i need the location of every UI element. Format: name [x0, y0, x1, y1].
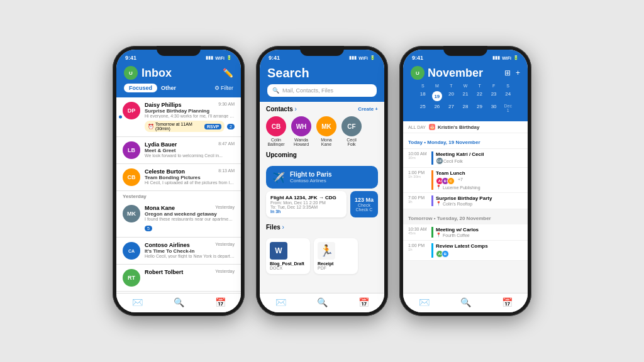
flight-detail-title: Flight AA 1234, JFK → CDG	[270, 195, 342, 200]
mail-content: Daisy Phillips 9:30 AM Surprise Birthday…	[145, 102, 235, 132]
cal-date-25[interactable]: 25	[416, 102, 430, 114]
nav-mail-icon[interactable]: ✉️	[132, 297, 143, 307]
flight-detail-card[interactable]: Flight AA 1234, JFK → CDG From: Mon, Dec…	[266, 191, 347, 217]
user-avatar-cal[interactable]: U	[411, 66, 425, 80]
cal-date-26[interactable]: 26	[430, 102, 445, 114]
nav-mail-icon[interactable]: ✉️	[275, 297, 286, 307]
contact-item[interactable]: CF CecilFolk	[341, 116, 362, 146]
status-time-2: 9:41	[269, 55, 280, 61]
nav-search-icon[interactable]: 🔍	[460, 297, 471, 307]
allday-event[interactable]: 🎂 Kristin's Birthday	[429, 124, 479, 130]
event-row[interactable]: 10:30 AM 45m Meeting w/ Carlos 📍 Fourth …	[403, 224, 528, 241]
mail-item[interactable]: LB Lydia Bauer 8:47 AM Meet & Greet We l…	[116, 137, 241, 164]
mail-subject: Team Bonding Pictures	[145, 175, 235, 180]
location-text: Colin's Rooftop	[443, 202, 472, 206]
cal-date-24[interactable]: 24	[501, 90, 515, 102]
mail-item[interactable]: RT Robert Tolbert Yesterday	[116, 265, 241, 292]
allday-row: ALL DAY 🎂 Kristin's Birthday	[403, 121, 528, 133]
event-time-col: 7:00 PM 3h	[408, 195, 428, 206]
checkin-card[interactable]: 123 Ma Check Check C	[350, 191, 378, 217]
mail-sender: Robert Tolbert	[145, 269, 183, 275]
screen-inbox: 9:41 ▮▮▮ WiFi 🔋 U Inbox ✏️ Focused	[116, 50, 241, 312]
battery-icon: 🔋	[370, 55, 375, 60]
today-marker[interactable]: 19	[432, 91, 442, 101]
event-row[interactable]: 1:00 PM 1h 30m Team Lunch A B C +7 📍	[403, 168, 528, 193]
event-card: Meeting w/ Carlos 📍 Fourth Coffee	[431, 227, 523, 238]
event-avatar: B	[441, 250, 449, 258]
event-row[interactable]: 1:00 PM 1h Review Latest Comps A B	[403, 241, 528, 261]
create-button[interactable]: Create +	[358, 106, 378, 112]
mail-content: Robert Tolbert Yesterday	[145, 269, 235, 275]
tab-focused[interactable]: Focused	[124, 84, 157, 92]
day-label-t2: T	[472, 84, 487, 88]
add-icon[interactable]: +	[516, 69, 520, 77]
cal-date-29[interactable]: 29	[472, 102, 487, 114]
event-name: Meeting Katri / Cecil	[436, 151, 523, 157]
file-name: Receipt	[318, 261, 354, 266]
nav-calendar-icon[interactable]: 📅	[502, 297, 513, 307]
event-row[interactable]: 10:00 AM 30m Meeting Katri / Cecil CF Ce…	[403, 149, 528, 168]
signal-icon: ▮▮▮	[349, 55, 357, 60]
signal-icon: ▮▮▮	[206, 55, 213, 60]
day-label-w: W	[458, 84, 473, 88]
grid-icon[interactable]: ⊞	[504, 69, 511, 77]
mail-item[interactable]: MK Mona Kane Yesterday Oregon and weeken…	[116, 200, 241, 238]
cal-date-dec1[interactable]: Dec1	[501, 102, 515, 114]
cal-date-30[interactable]: 30	[487, 102, 501, 114]
unread-badge: 2	[227, 124, 235, 129]
cal-date-18[interactable]: 18	[416, 90, 430, 102]
nav-mail-icon[interactable]: ✉️	[419, 297, 430, 307]
tab-other[interactable]: Other	[161, 85, 176, 91]
cal-date-23[interactable]: 23	[487, 90, 501, 102]
contact-item[interactable]: CB ColinBallinger	[266, 116, 286, 146]
nav-calendar-icon[interactable]: 📅	[215, 297, 226, 307]
contact-item[interactable]: MK MonaKane	[316, 116, 336, 146]
mail-subject: Meet & Greet	[145, 148, 235, 153]
nav-search-icon[interactable]: 🔍	[174, 297, 184, 307]
search-box[interactable]: 🔍 Mail, Contacts, Files	[267, 84, 377, 97]
cal-date-22[interactable]: 22	[472, 90, 487, 102]
cal-date-27[interactable]: 27	[444, 102, 458, 114]
cal-date-19[interactable]: 19	[430, 90, 445, 102]
filter-button[interactable]: ⚙ Filter	[214, 85, 233, 91]
event-participant-avatar: CF	[436, 157, 443, 165]
status-icons-2: ▮▮▮ WiFi 🔋	[349, 55, 375, 60]
mail-preview: Hello Cecil, your flight to New York is …	[145, 254, 235, 258]
file-icon-box: 🏃	[318, 242, 335, 260]
mail-list: DP Daisy Phillips 9:30 AM Surprise Birth…	[116, 97, 241, 293]
flight-subtitle: Contoso Airlines	[290, 178, 332, 184]
file-card[interactable]: 🏃 Receipt PDF	[314, 238, 358, 274]
mail-top: Lydia Bauer 8:47 AM	[145, 141, 235, 148]
sender-avatar: MK	[123, 205, 140, 222]
event-duration: 1h 30m	[408, 175, 428, 178]
file-card[interactable]: W Blog_Post_Draft DOCX	[266, 238, 310, 274]
cal-date-21[interactable]: 21	[458, 90, 473, 102]
location-text: Lucerne Publishing	[443, 185, 480, 190]
file-ext: DOCX	[270, 266, 306, 270]
day-label-s2: S	[501, 84, 515, 88]
mail-time: Yesterday	[215, 242, 235, 248]
event-row[interactable]: 7:00 PM 3h Surprise Birthday Party 📍 Col…	[403, 193, 528, 209]
mail-item[interactable]: CA Contoso Airlines Yesterday It's Time …	[116, 238, 241, 265]
contact-item[interactable]: WH WandaHoward	[291, 116, 311, 146]
user-avatar[interactable]: U	[124, 66, 138, 80]
mail-content: Mona Kane Yesterday Oregon and weekend g…	[145, 205, 235, 233]
bottom-nav-2: ✉️ 🔍 📅	[260, 293, 384, 312]
calendar-month-title: November	[428, 67, 483, 80]
contact-name: ColinBallinger	[267, 138, 284, 146]
bottom-nav-1: ✉️ 🔍 📅	[116, 293, 241, 312]
event-location: 📍 Colin's Rooftop	[436, 201, 523, 206]
compose-icon[interactable]: ✏️	[223, 68, 233, 78]
cal-date-20[interactable]: 20	[444, 90, 458, 102]
nav-search-icon[interactable]: 🔍	[317, 297, 328, 307]
sender-avatar: DP	[123, 102, 140, 119]
cal-date-28[interactable]: 28	[458, 102, 473, 114]
upcoming-flight-card[interactable]: ✈️ Flight to Paris Contoso Airlines	[266, 166, 378, 189]
contact-avatar: CF	[341, 116, 362, 136]
nav-calendar-icon[interactable]: 📅	[358, 297, 369, 307]
rsvp-button[interactable]: RSVP	[204, 124, 221, 129]
mail-item[interactable]: CB Celeste Burton 8:13 AM Team Bonding P…	[116, 164, 241, 191]
mail-time: 8:47 AM	[218, 141, 235, 148]
mail-item[interactable]: DP Daisy Phillips 9:30 AM Surprise Birth…	[116, 97, 241, 137]
day-label-m: M	[430, 84, 445, 88]
